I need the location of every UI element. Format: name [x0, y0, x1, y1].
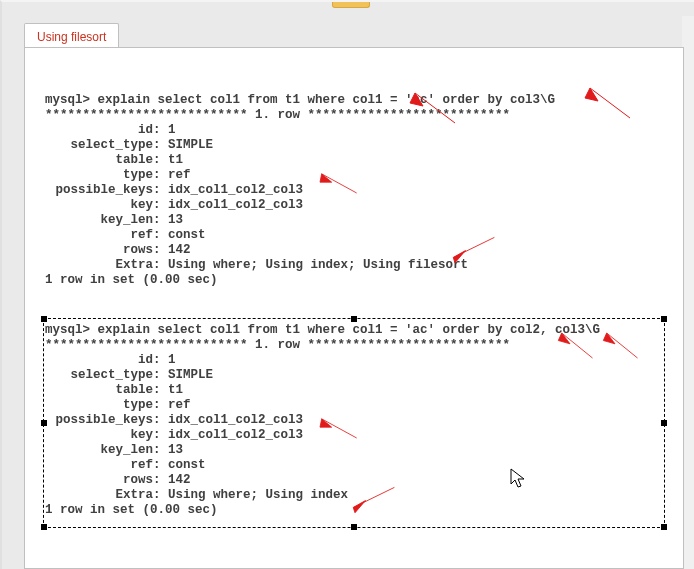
query-text: explain select col1 from t1 where col1 =…: [98, 93, 556, 107]
result-footer: 1 row in set (0.00 sec): [45, 273, 673, 288]
field-value: Using where; Using index; Using filesort: [168, 258, 468, 272]
field-value: idx_col1_col2_col3: [168, 198, 303, 212]
content-panel: mysql> explain select col1 from t1 where…: [24, 47, 684, 569]
field-value: SIMPLE: [168, 138, 213, 152]
result-footer: 1 row in set (0.00 sec): [45, 503, 673, 518]
field-label: id: [45, 123, 153, 138]
field-label: key: [45, 198, 153, 213]
field-label: type: [45, 398, 153, 413]
field-value: ref: [168, 398, 191, 412]
window-frame: Using filesort mysql> explain select col…: [0, 0, 694, 569]
field-value: idx_col1_col2_col3: [168, 413, 303, 427]
terminal-output: mysql> explain select col1 from t1 where…: [25, 48, 683, 568]
field-label: possible_keys: [45, 183, 153, 198]
field-label: select_type: [45, 138, 153, 153]
field-value: 1: [168, 353, 176, 367]
field-label: Extra: [45, 258, 153, 273]
prompt: mysql>: [45, 93, 98, 107]
field-value: 1: [168, 123, 176, 137]
field-value: idx_col1_col2_col3: [168, 428, 303, 442]
field-value: ref: [168, 168, 191, 182]
prompt: mysql>: [45, 323, 98, 337]
field-label: key_len: [45, 213, 153, 228]
field-label: possible_keys: [45, 413, 153, 428]
field-label: Extra: [45, 488, 153, 503]
field-value: 142: [168, 473, 191, 487]
tab-bar: Using filesort: [24, 20, 119, 48]
field-value: 13: [168, 443, 183, 457]
field-label: rows: [45, 243, 153, 258]
field-label: ref: [45, 458, 153, 473]
query-block-1: mysql> explain select col1 from t1 where…: [45, 93, 673, 288]
field-label: table: [45, 383, 153, 398]
top-drag-marker: [332, 2, 370, 8]
tab-using-filesort[interactable]: Using filesort: [24, 23, 119, 48]
field-label: type: [45, 168, 153, 183]
field-label: id: [45, 353, 153, 368]
field-label: rows: [45, 473, 153, 488]
field-label: select_type: [45, 368, 153, 383]
field-label: table: [45, 153, 153, 168]
query-text: explain select col1 from t1 where col1 =…: [98, 323, 601, 337]
field-value: 13: [168, 213, 183, 227]
field-value: t1: [168, 153, 183, 167]
field-label: ref: [45, 228, 153, 243]
field-label: key_len: [45, 443, 153, 458]
query-block-2: mysql> explain select col1 from t1 where…: [45, 323, 673, 518]
field-value: t1: [168, 383, 183, 397]
field-value: SIMPLE: [168, 368, 213, 382]
field-label: key: [45, 428, 153, 443]
row-separator: *************************** 1. row *****…: [45, 338, 673, 353]
field-value: const: [168, 228, 206, 242]
field-value: 142: [168, 243, 191, 257]
field-value: Using where; Using index: [168, 488, 348, 502]
field-value: const: [168, 458, 206, 472]
row-separator: *************************** 1. row *****…: [45, 108, 673, 123]
field-value: idx_col1_col2_col3: [168, 183, 303, 197]
